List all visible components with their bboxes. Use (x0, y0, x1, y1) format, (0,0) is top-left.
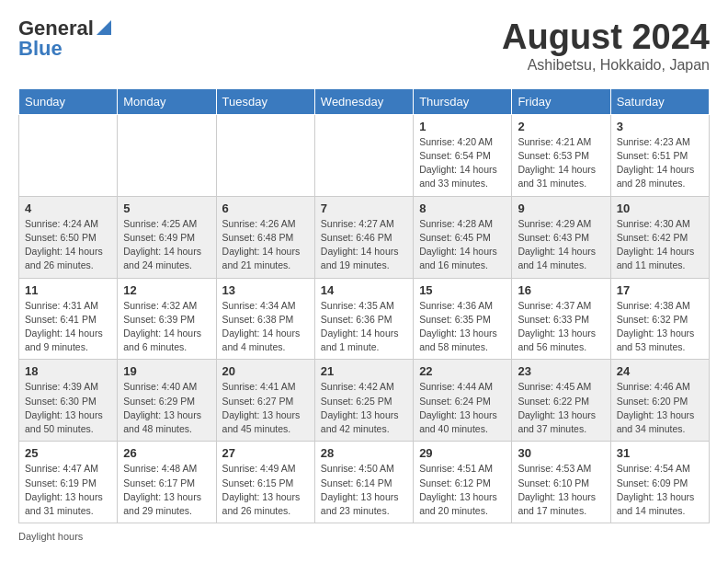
logo-icon (97, 20, 111, 35)
calendar-header-friday: Friday (512, 88, 610, 114)
sub-title: Ashibetsu, Hokkaido, Japan (502, 57, 710, 74)
day-info: Sunrise: 4:47 AM Sunset: 6:19 PM Dayligh… (25, 462, 111, 518)
footer-note: Daylight hours (18, 531, 710, 542)
day-number: 14 (321, 283, 407, 297)
calendar-header-thursday: Thursday (414, 88, 512, 114)
day-info: Sunrise: 4:28 AM Sunset: 6:45 PM Dayligh… (419, 217, 506, 273)
calendar-cell: 3Sunrise: 4:23 AM Sunset: 6:51 PM Daylig… (610, 114, 709, 196)
header: General Blue August 2024 Ashibetsu, Hokk… (18, 18, 710, 74)
calendar-week-row: 25Sunrise: 4:47 AM Sunset: 6:19 PM Dayli… (19, 442, 710, 523)
calendar-header-monday: Monday (118, 88, 216, 114)
calendar-cell: 9Sunrise: 4:29 AM Sunset: 6:43 PM Daylig… (512, 196, 610, 278)
calendar-cell: 27Sunrise: 4:49 AM Sunset: 6:15 PM Dayli… (216, 442, 314, 523)
day-number: 4 (25, 201, 111, 215)
day-number: 23 (518, 364, 604, 378)
day-number: 5 (123, 201, 210, 215)
calendar-header-wednesday: Wednesday (314, 88, 413, 114)
calendar-cell: 6Sunrise: 4:26 AM Sunset: 6:48 PM Daylig… (216, 196, 314, 278)
calendar-header-sunday: Sunday (19, 88, 118, 114)
day-info: Sunrise: 4:21 AM Sunset: 6:53 PM Dayligh… (518, 135, 604, 191)
calendar-cell (314, 114, 413, 196)
day-info: Sunrise: 4:53 AM Sunset: 6:10 PM Dayligh… (518, 462, 604, 518)
calendar-cell: 1Sunrise: 4:20 AM Sunset: 6:54 PM Daylig… (414, 114, 512, 196)
day-info: Sunrise: 4:31 AM Sunset: 6:41 PM Dayligh… (25, 299, 111, 355)
calendar-cell: 17Sunrise: 4:38 AM Sunset: 6:32 PM Dayli… (610, 278, 709, 360)
calendar-cell: 26Sunrise: 4:48 AM Sunset: 6:17 PM Dayli… (118, 442, 216, 523)
calendar-cell: 8Sunrise: 4:28 AM Sunset: 6:45 PM Daylig… (414, 196, 512, 278)
calendar-cell: 7Sunrise: 4:27 AM Sunset: 6:46 PM Daylig… (314, 196, 413, 278)
svg-marker-0 (97, 20, 111, 35)
calendar-cell: 20Sunrise: 4:41 AM Sunset: 6:27 PM Dayli… (216, 360, 314, 442)
calendar-cell (19, 114, 118, 196)
footer-note-text: Daylight hours (18, 531, 83, 542)
day-number: 10 (617, 201, 703, 215)
day-info: Sunrise: 4:24 AM Sunset: 6:50 PM Dayligh… (25, 217, 111, 273)
calendar-cell (216, 114, 314, 196)
day-number: 6 (222, 201, 309, 215)
day-info: Sunrise: 4:45 AM Sunset: 6:22 PM Dayligh… (518, 380, 604, 436)
logo-general-text: General (18, 18, 94, 39)
calendar-cell: 28Sunrise: 4:50 AM Sunset: 6:14 PM Dayli… (314, 442, 413, 523)
day-number: 29 (419, 446, 506, 460)
calendar-cell: 24Sunrise: 4:46 AM Sunset: 6:20 PM Dayli… (610, 360, 709, 442)
day-info: Sunrise: 4:32 AM Sunset: 6:39 PM Dayligh… (123, 299, 210, 355)
day-info: Sunrise: 4:50 AM Sunset: 6:14 PM Dayligh… (321, 462, 407, 518)
day-number: 24 (617, 364, 703, 378)
calendar-cell: 29Sunrise: 4:51 AM Sunset: 6:12 PM Dayli… (414, 442, 512, 523)
day-info: Sunrise: 4:46 AM Sunset: 6:20 PM Dayligh… (617, 380, 703, 436)
day-number: 3 (617, 120, 703, 133)
day-number: 16 (518, 283, 604, 297)
calendar-cell: 22Sunrise: 4:44 AM Sunset: 6:24 PM Dayli… (414, 360, 512, 442)
day-number: 15 (419, 283, 506, 297)
day-number: 11 (25, 283, 111, 297)
day-info: Sunrise: 4:20 AM Sunset: 6:54 PM Dayligh… (419, 135, 506, 191)
day-number: 8 (419, 201, 506, 215)
day-number: 25 (25, 446, 111, 460)
day-number: 20 (222, 364, 309, 378)
day-number: 21 (321, 364, 407, 378)
day-info: Sunrise: 4:29 AM Sunset: 6:43 PM Dayligh… (518, 217, 604, 273)
day-info: Sunrise: 4:36 AM Sunset: 6:35 PM Dayligh… (419, 299, 506, 355)
day-number: 27 (222, 446, 309, 460)
logo-blue-text: Blue (18, 39, 63, 59)
day-info: Sunrise: 4:26 AM Sunset: 6:48 PM Dayligh… (222, 217, 309, 273)
day-number: 1 (419, 120, 506, 133)
day-info: Sunrise: 4:25 AM Sunset: 6:49 PM Dayligh… (123, 217, 210, 273)
day-info: Sunrise: 4:35 AM Sunset: 6:36 PM Dayligh… (321, 299, 407, 355)
calendar-cell: 18Sunrise: 4:39 AM Sunset: 6:30 PM Dayli… (19, 360, 118, 442)
calendar-cell: 30Sunrise: 4:53 AM Sunset: 6:10 PM Dayli… (512, 442, 610, 523)
day-number: 7 (321, 201, 407, 215)
day-number: 12 (123, 283, 210, 297)
calendar-cell (118, 114, 216, 196)
calendar-cell: 31Sunrise: 4:54 AM Sunset: 6:09 PM Dayli… (610, 442, 709, 523)
calendar-table: SundayMondayTuesdayWednesdayThursdayFrid… (18, 88, 710, 523)
calendar-week-row: 4Sunrise: 4:24 AM Sunset: 6:50 PM Daylig… (19, 196, 710, 278)
day-info: Sunrise: 4:27 AM Sunset: 6:46 PM Dayligh… (321, 217, 407, 273)
calendar-cell: 10Sunrise: 4:30 AM Sunset: 6:42 PM Dayli… (610, 196, 709, 278)
calendar-header-row: SundayMondayTuesdayWednesdayThursdayFrid… (19, 88, 710, 114)
day-number: 26 (123, 446, 210, 460)
day-number: 28 (321, 446, 407, 460)
day-number: 13 (222, 283, 309, 297)
day-number: 31 (617, 446, 703, 460)
day-info: Sunrise: 4:42 AM Sunset: 6:25 PM Dayligh… (321, 380, 407, 436)
day-number: 30 (518, 446, 604, 460)
calendar-cell: 14Sunrise: 4:35 AM Sunset: 6:36 PM Dayli… (314, 278, 413, 360)
day-info: Sunrise: 4:41 AM Sunset: 6:27 PM Dayligh… (222, 380, 309, 436)
day-number: 22 (419, 364, 506, 378)
calendar-week-row: 18Sunrise: 4:39 AM Sunset: 6:30 PM Dayli… (19, 360, 710, 442)
calendar-header-tuesday: Tuesday (216, 88, 314, 114)
calendar-cell: 5Sunrise: 4:25 AM Sunset: 6:49 PM Daylig… (118, 196, 216, 278)
day-info: Sunrise: 4:44 AM Sunset: 6:24 PM Dayligh… (419, 380, 506, 436)
day-info: Sunrise: 4:23 AM Sunset: 6:51 PM Dayligh… (617, 135, 703, 191)
day-info: Sunrise: 4:37 AM Sunset: 6:33 PM Dayligh… (518, 299, 604, 355)
calendar-cell: 25Sunrise: 4:47 AM Sunset: 6:19 PM Dayli… (19, 442, 118, 523)
calendar-cell: 13Sunrise: 4:34 AM Sunset: 6:38 PM Dayli… (216, 278, 314, 360)
day-number: 2 (518, 120, 604, 133)
calendar-cell: 16Sunrise: 4:37 AM Sunset: 6:33 PM Dayli… (512, 278, 610, 360)
day-info: Sunrise: 4:48 AM Sunset: 6:17 PM Dayligh… (123, 462, 210, 518)
calendar-header-saturday: Saturday (610, 88, 709, 114)
calendar-cell: 19Sunrise: 4:40 AM Sunset: 6:29 PM Dayli… (118, 360, 216, 442)
day-info: Sunrise: 4:34 AM Sunset: 6:38 PM Dayligh… (222, 299, 309, 355)
day-number: 19 (123, 364, 210, 378)
